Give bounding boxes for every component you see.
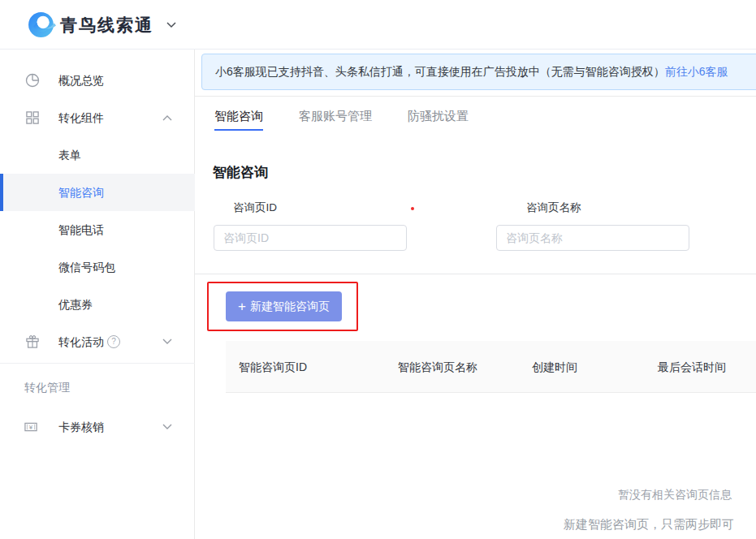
table-column-consult-page-id: 智能咨询页ID bbox=[226, 341, 385, 392]
create-button-label: 新建智能咨询页 bbox=[250, 300, 330, 314]
chevron-down-icon bbox=[162, 338, 172, 345]
section-divider bbox=[195, 274, 756, 274]
sidebar-nav: 概况总览 转化组件 表单 智能咨询 智能电话 微信号码包 优惠券 转化活动 bbox=[0, 50, 195, 539]
chevron-down-icon[interactable] bbox=[166, 22, 176, 28]
table-header-row: 智能咨询页ID 智能咨询页名称 创建时间 最后会话时间 bbox=[226, 341, 756, 393]
grid-icon bbox=[24, 110, 41, 126]
table-column-created-time: 创建时间 bbox=[519, 341, 645, 392]
sidebar-item-smart-consult[interactable]: 智能咨询 bbox=[0, 174, 195, 211]
sidebar-item-label: 转化活动 bbox=[58, 323, 104, 360]
tab-bar: 智能咨询 客服账号管理 防骚扰设置 bbox=[214, 103, 469, 131]
chevron-up-icon bbox=[162, 114, 172, 121]
page-title: 智能咨询 bbox=[213, 163, 268, 182]
tab-smart-consult[interactable]: 智能咨询 bbox=[214, 103, 263, 131]
table-column-last-session-time: 最后会话时间 bbox=[645, 341, 756, 392]
sidebar-item-smart-phone[interactable]: 智能电话 bbox=[0, 211, 195, 248]
gift-icon bbox=[24, 334, 41, 350]
consult-page-name-input[interactable] bbox=[496, 225, 689, 251]
sidebar-item-conversion-activity[interactable]: 转化活动 ? bbox=[0, 323, 195, 360]
sidebar-item-overview[interactable]: 概况总览 bbox=[0, 62, 195, 99]
sidebar-item-form[interactable]: 表单 bbox=[0, 136, 195, 174]
empty-state-message: 暂没有相关咨询页信息 bbox=[618, 488, 732, 502]
tab-anti-harassment-settings[interactable]: 防骚扰设置 bbox=[408, 103, 469, 131]
notice-banner: 小6客服现已支持抖音、头条私信打通，可直接使用在广告投放中（无需与智能咨询授权）… bbox=[201, 54, 756, 90]
main-content: 小6客服现已支持抖音、头条私信打通，可直接使用在广告投放中（无需与智能咨询授权）… bbox=[195, 50, 756, 539]
empty-state-hint: 新建智能咨询页，只需两步即可 bbox=[564, 517, 734, 533]
filter-label-consult-page-name: 咨询页名称 bbox=[526, 201, 581, 215]
notice-banner-text: 小6客服现已支持抖音、头条私信打通，可直接使用在广告投放中（无需与智能咨询授权） bbox=[215, 65, 665, 78]
plus-icon: + bbox=[238, 299, 246, 315]
brand-logo-icon bbox=[27, 10, 57, 40]
sidebar-item-label: 表单 bbox=[58, 136, 81, 174]
svg-text:¥: ¥ bbox=[29, 424, 33, 431]
sidebar-item-label: 微信号码包 bbox=[58, 248, 115, 286]
sidebar-item-label: 优惠券 bbox=[58, 286, 93, 323]
sidebar-item-card-verification[interactable]: ¥ 卡券核销 bbox=[0, 408, 195, 446]
sidebar-item-label: 转化组件 bbox=[58, 99, 104, 136]
sidebar-item-label: 智能咨询 bbox=[58, 174, 104, 211]
ticket-yuan-icon: ¥ bbox=[23, 419, 39, 435]
consult-page-id-input[interactable] bbox=[214, 225, 407, 251]
section-divider bbox=[195, 96, 756, 97]
sidebar-section-label: 转化管理 bbox=[24, 381, 70, 395]
create-smart-consult-page-button[interactable]: + 新建智能咨询页 bbox=[226, 291, 342, 321]
sidebar-item-label: 概况总览 bbox=[58, 62, 104, 99]
sidebar-item-label: 卡券核销 bbox=[58, 408, 104, 446]
sidebar-item-components[interactable]: 转化组件 bbox=[0, 99, 195, 136]
brand-title: 青鸟线索通 bbox=[60, 14, 153, 37]
sidebar-item-coupon[interactable]: 优惠券 bbox=[0, 286, 195, 323]
sidebar-item-label: 智能电话 bbox=[58, 211, 104, 248]
tab-agent-account-management[interactable]: 客服账号管理 bbox=[299, 103, 372, 131]
pie-chart-icon bbox=[24, 72, 41, 88]
chevron-down-icon bbox=[162, 424, 172, 430]
sidebar-item-wechat-pack[interactable]: 微信号码包 bbox=[0, 248, 195, 286]
sidebar-divider bbox=[0, 363, 195, 364]
table-column-consult-page-name: 智能咨询页名称 bbox=[385, 341, 519, 392]
question-circle-icon[interactable]: ? bbox=[107, 335, 120, 348]
top-header: 青鸟线索通 bbox=[0, 0, 756, 50]
notice-banner-link[interactable]: 前往小6客服 bbox=[665, 65, 728, 78]
red-dot-marker bbox=[411, 207, 414, 210]
filter-label-consult-page-id: 咨询页ID bbox=[233, 201, 277, 215]
